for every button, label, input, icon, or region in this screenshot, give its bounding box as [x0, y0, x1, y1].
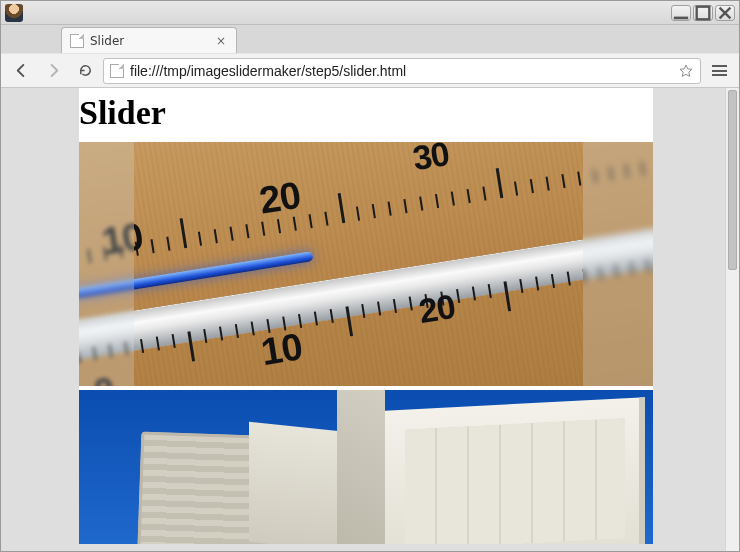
page-icon	[110, 64, 124, 78]
page-heading: Slider	[79, 88, 653, 142]
window-controls	[669, 5, 735, 21]
page-scroll-area[interactable]: Slider 10 20 30 0 10 20	[1, 88, 725, 551]
scrollbar-thumb[interactable]	[728, 90, 737, 270]
page-icon	[70, 34, 84, 48]
slider-image-1: 10 20 30 0 10 20	[79, 142, 653, 386]
scale-number: 20	[416, 287, 457, 331]
menu-button[interactable]	[705, 58, 733, 84]
scale-number: 0	[91, 369, 118, 386]
svg-rect-0	[674, 16, 688, 19]
close-tab-icon[interactable]: ×	[214, 34, 228, 48]
page-viewport: Slider 10 20 30 0 10 20	[1, 88, 739, 551]
url-input[interactable]	[130, 63, 672, 79]
browser-toolbar	[1, 53, 739, 88]
page-body: Slider 10 20 30 0 10 20	[79, 88, 653, 544]
scale-number: 30	[410, 142, 451, 178]
reload-button[interactable]	[71, 58, 99, 84]
tab-strip: Slider ×	[1, 25, 739, 53]
minimize-icon[interactable]	[671, 5, 691, 21]
back-button[interactable]	[7, 58, 35, 84]
close-window-icon[interactable]	[715, 5, 735, 21]
browser-window: Slider ×	[0, 0, 740, 552]
tab-slider[interactable]: Slider ×	[61, 27, 237, 53]
maximize-icon[interactable]	[693, 5, 713, 21]
hamburger-icon	[712, 65, 727, 76]
scale-number: 10	[258, 325, 305, 374]
window-titlebar	[1, 1, 739, 25]
forward-button[interactable]	[39, 58, 67, 84]
bookmark-star-icon[interactable]	[678, 63, 694, 79]
svg-rect-1	[697, 6, 710, 19]
scale-number: 20	[257, 174, 304, 223]
scale-number: 10	[99, 215, 146, 264]
url-bar[interactable]	[103, 58, 701, 84]
tab-title: Slider	[90, 34, 124, 48]
profile-avatar[interactable]	[5, 4, 23, 22]
vertical-scrollbar[interactable]	[725, 88, 739, 551]
slider-image-2	[79, 390, 653, 544]
